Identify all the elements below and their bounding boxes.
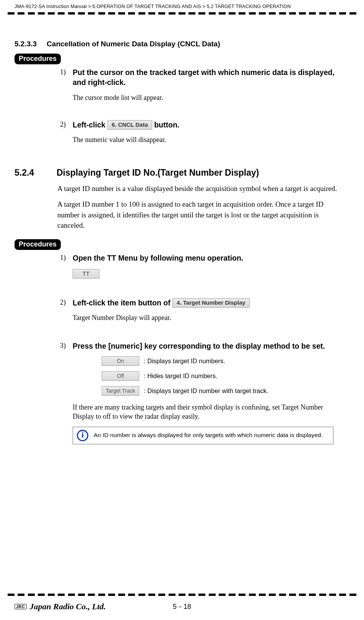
divider-bottom: [0, 591, 364, 599]
step-heading: Open the TT Menu by following menu opera…: [73, 253, 341, 263]
step-heading: Put the cursor on the tracked target wit…: [73, 67, 341, 88]
footer: JRC Japan Radio Co., Ltd. 5－18: [0, 602, 364, 612]
step-heading: Left-click the item button of 4. Target …: [73, 298, 341, 308]
info-icon: i: [77, 430, 88, 441]
section-heading-5-2-4: 5.2.4 Displaying Target ID No.(Target Nu…: [15, 168, 341, 178]
target-track-button[interactable]: Target Track: [102, 386, 139, 396]
info-box: i An ID number is always displayed for o…: [73, 427, 333, 444]
procedures-badge: Procedures: [15, 239, 61, 250]
step-body-text: Target Number Display will appear.: [73, 313, 341, 322]
tt-button[interactable]: TT: [73, 269, 99, 279]
paragraph: A target ID number 1 to 100 is assigned …: [57, 199, 341, 231]
divider-top: [0, 9, 364, 18]
brand-name: Japan Radio Co., Ltd.: [30, 602, 106, 612]
section-title: Displaying Target ID No.(Target Number D…: [57, 168, 259, 178]
step-heading: Press the [numeric] key corresponding to…: [73, 341, 341, 351]
step-number: 2): [57, 120, 66, 129]
section-number: 5.2.4: [15, 168, 57, 178]
cncl-data-button[interactable]: 6. CNCL Data: [107, 120, 152, 130]
option-row: Target Track : Displays target ID number…: [102, 386, 341, 396]
option-row: On : Displays target ID numbers.: [102, 356, 341, 366]
step-body-text: The numeric value will disappear.: [73, 135, 341, 144]
off-button[interactable]: Off: [102, 371, 139, 381]
step-number: 2): [57, 298, 66, 307]
breadcrumb: JMA-9172-SA Instruction Manual > 5.OPERA…: [0, 0, 364, 9]
note-text: If there are many tracking targets and t…: [73, 403, 341, 421]
target-number-display-button[interactable]: 4. Target Number Display: [172, 298, 250, 308]
option-desc: : Displays target ID numbers.: [144, 357, 225, 365]
option-desc: : Hides target ID numbers.: [144, 372, 218, 380]
paragraph: A target ID number is a value displayed …: [57, 183, 341, 194]
on-button[interactable]: On: [102, 356, 139, 366]
step-heading: Left-click 6. CNCL Data button.: [73, 120, 341, 130]
section-title: Cancellation of Numeric Data Display (CN…: [47, 40, 220, 48]
procedures-badge: Procedures: [15, 54, 61, 64]
page-number: 5－18: [173, 602, 191, 611]
section-number: 5.2.3.3: [15, 40, 37, 48]
jrc-logo: JRC: [15, 604, 27, 609]
step-number: 1): [57, 67, 66, 76]
option-row: Off : Hides target ID numbers.: [102, 371, 341, 381]
section-heading-5-2-3-3: 5.2.3.3 Cancellation of Numeric Data Dis…: [15, 40, 341, 48]
options-list: On : Displays target ID numbers. Off : H…: [102, 356, 341, 396]
step-number: 3): [57, 341, 66, 350]
info-text: An ID number is always displayed for onl…: [94, 431, 323, 439]
step-body-text: The cursor mode list will appear.: [73, 93, 341, 102]
step-number: 1): [57, 253, 66, 262]
option-desc: : Displays target ID number with target …: [144, 387, 268, 395]
